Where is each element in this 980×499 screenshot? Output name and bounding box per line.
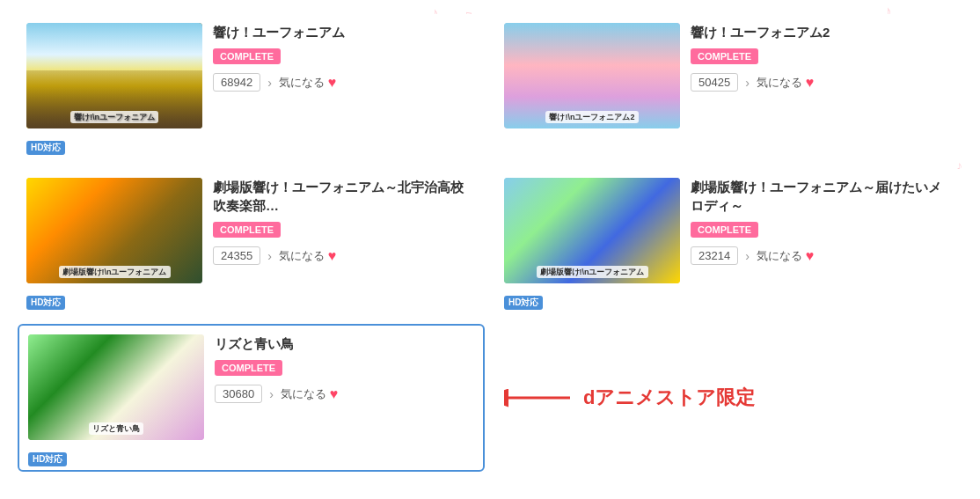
card-5-kininarou-btn[interactable]: 気になる ♥ <box>281 386 339 402</box>
card-4-count: 23214 <box>691 246 738 265</box>
card-4-thumbnail[interactable]: 劇場版響け!\nユーフォニアム <box>504 178 680 283</box>
card-4-footer: 23214 › 気になる ♥ <box>691 246 954 265</box>
card-2-kininarou-btn[interactable]: 気になる ♥ <box>757 75 815 91</box>
card-3-count: 24355 <box>213 246 260 265</box>
card-2: 響け!\nユーフォニアム2 響け！ユーフォニアム2 COMPLETE 50425… <box>495 14 962 158</box>
card-4-inner: 劇場版響け!\nユーフォニアム 劇場版響け！ユーフォニアム～届けたいメロディ～ … <box>495 169 962 292</box>
card-5-footer: 30680 › 気になる ♥ <box>215 385 474 403</box>
card-4-hd-badge: HD対応 <box>495 292 962 313</box>
card-1-complete-badge: COMPLETE <box>213 48 281 64</box>
card-1: 響け!\nユーフォニアム 響け！ユーフォニアム COMPLETE 68942 › <box>18 14 485 158</box>
card-1-hd-badge: HD対応 <box>18 137 485 158</box>
card-5-kininarou-label: 気になる <box>281 386 326 402</box>
card-4-kininarou-btn[interactable]: 気になる ♥ <box>757 248 815 264</box>
card-4-complete-badge: COMPLETE <box>691 222 758 238</box>
card-5-thumb-label: リズと青い鳥 <box>33 419 199 435</box>
card-2-footer: 50425 › 気になる ♥ <box>691 73 954 92</box>
card-4-heart-icon: ♥ <box>806 248 815 264</box>
card-5-inner: リズと青い鳥 リズと青い鳥 COMPLETE 30680 › 気になる ♥ <box>19 326 483 449</box>
card-1-thumb-art: 響け!\nユーフォニアム <box>26 23 202 128</box>
card-5-thumbnail[interactable]: リズと青い鳥 <box>28 334 204 440</box>
annotation-container: dアニメストア限定 <box>504 385 755 411</box>
card-1-count: 68942 <box>213 73 260 92</box>
card-3-kininarou-btn[interactable]: 気になる ♥ <box>279 248 337 264</box>
card-1-info: 響け！ユーフォニアム COMPLETE 68942 › 気になる ♥ <box>213 23 476 92</box>
card-3-hd-badge: HD対応 <box>18 292 485 313</box>
card-3-inner: 劇場版響け!\nユーフォニアム 劇場版響け！ユーフォニアム～北宇治高校吹奏楽部…… <box>18 169 485 292</box>
card-2-info: 響け！ユーフォニアム2 COMPLETE 50425 › 気になる ♥ <box>691 23 954 92</box>
card-1-title: 響け！ユーフォニアム <box>213 23 476 41</box>
card-3-info: 劇場版響け！ユーフォニアム～北宇治高校吹奏楽部… COMPLETE 24355 … <box>213 178 476 265</box>
card-4-info: 劇場版響け！ユーフォニアム～届けたいメロディ～ COMPLETE 23214 ›… <box>691 178 954 265</box>
card-3-thumbnail[interactable]: 劇場版響け!\nユーフォニアム <box>26 178 202 283</box>
card-2-thumb-label: 響け!\nユーフォニアム2 <box>509 107 675 123</box>
card-3-complete-badge: COMPLETE <box>213 222 281 238</box>
card-5-heart-icon: ♥ <box>330 386 339 402</box>
card-3-thumb-label: 劇場版響け!\nユーフォニアム <box>32 262 197 278</box>
card-1-kininarou-btn[interactable]: 気になる ♥ <box>279 75 337 91</box>
annotation-text: dアニメストア限定 <box>583 385 755 411</box>
card-3-footer: 24355 › 気になる ♥ <box>213 246 476 265</box>
card-1-footer: 68942 › 気になる ♥ <box>213 73 476 92</box>
card-2-complete-badge: COMPLETE <box>691 48 758 64</box>
card-5-info: リズと青い鳥 COMPLETE 30680 › 気になる ♥ <box>215 334 474 403</box>
card-1-inner: 響け!\nユーフォニアム 響け！ユーフォニアム COMPLETE 68942 › <box>18 14 485 137</box>
card-4-kininarou-label: 気になる <box>757 248 802 264</box>
card-4: 劇場版響け!\nユーフォニアム 劇場版響け！ユーフォニアム～届けたいメロディ～ … <box>495 169 962 313</box>
arrow-icon <box>504 385 574 411</box>
annotation-cell: dアニメストア限定 <box>495 324 962 472</box>
card-1-thumb-label: 響け!\nユーフォニアム <box>32 111 197 123</box>
card-2-kininarou-label: 気になる <box>757 75 802 91</box>
card-1-heart-icon: ♥ <box>328 75 337 91</box>
card-4-thumb-label: 劇場版響け!\nユーフォニアム <box>509 262 675 278</box>
card-2-heart-icon: ♥ <box>806 75 815 91</box>
card-3-heart-icon: ♥ <box>328 248 337 264</box>
card-2-title: 響け！ユーフォニアム2 <box>691 23 954 41</box>
card-3-kininarou-label: 気になる <box>279 248 325 264</box>
card-1-thumbnail[interactable]: 響け!\nユーフォニアム <box>26 23 202 128</box>
card-3-title: 劇場版響け！ユーフォニアム～北宇治高校吹奏楽部… <box>213 178 476 215</box>
card-1-kininarou-label: 気になる <box>279 75 325 91</box>
card-5-count: 30680 <box>215 385 262 403</box>
card-5-title: リズと青い鳥 <box>215 334 474 353</box>
card-2-thumbnail[interactable]: 響け!\nユーフォニアム2 <box>504 23 680 128</box>
card-3: 劇場版響け!\nユーフォニアム 劇場版響け！ユーフォニアム～北宇治高校吹奏楽部…… <box>18 169 485 313</box>
card-5: リズと青い鳥 リズと青い鳥 COMPLETE 30680 › 気になる ♥ <box>18 324 485 472</box>
card-2-inner: 響け!\nユーフォニアム2 響け！ユーフォニアム2 COMPLETE 50425… <box>495 14 962 137</box>
card-5-complete-badge: COMPLETE <box>215 360 282 376</box>
card-4-title: 劇場版響け！ユーフォニアム～届けたいメロディ～ <box>691 178 954 215</box>
card-5-hd-badge: HD対応 <box>19 449 483 470</box>
cards-grid: 響け!\nユーフォニアム 響け！ユーフォニアム COMPLETE 68942 › <box>0 0 980 486</box>
card-2-count: 50425 <box>691 73 738 92</box>
